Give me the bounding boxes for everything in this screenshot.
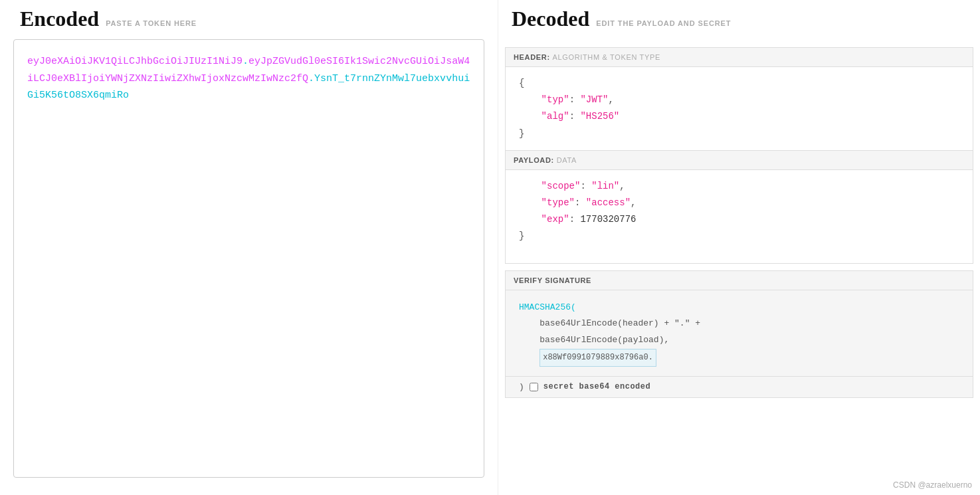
header-sublabel: ALGORITHM & TOKEN TYPE (552, 53, 660, 61)
alg-val: "HS256" (580, 111, 619, 122)
verify-line2: base64UrlEncode(payload), (519, 332, 959, 349)
exp-key: "exp" (541, 214, 569, 225)
json-brace-close: } (519, 128, 524, 139)
type-key: "type" (541, 197, 575, 208)
header-label: HEADER: (514, 53, 550, 61)
decoded-title: Decoded (512, 7, 589, 31)
decoded-title-row: Decoded EDIT THE PAYLOAD AND SECRET (505, 7, 973, 31)
encoded-subtitle: PASTE A TOKEN HERE (106, 19, 197, 27)
payload-section-header: PAYLOAD: DATA (506, 151, 973, 170)
token-dot2: . (308, 73, 314, 84)
payload-body[interactable]: "scope": "lin", "type": "access", "exp":… (506, 170, 973, 263)
token-dot1: . (243, 56, 248, 67)
encoded-title: Encoded (20, 7, 99, 31)
header-body[interactable]: { "typ": "JWT", "alg": "HS256" } (506, 67, 973, 150)
verify-body: HMACSHA256( base64UrlEncode(header) + ".… (506, 290, 973, 376)
typ-val: "JWT" (580, 94, 608, 105)
verify-secret-line[interactable]: x88Wf0991079889x8796a0. (519, 349, 959, 367)
secret-base64-checkbox[interactable] (530, 383, 538, 391)
payload-section: PAYLOAD: DATA "scope": "lin", "type": "a… (505, 151, 973, 264)
token-text: eyJ0eXAiOiJKV1QiLCJhbGciOiJIUzI1NiJ9.eyJ… (27, 53, 470, 104)
payload-json: "scope": "lin", "type": "access", "exp":… (519, 178, 959, 245)
payload-brace-close: } (519, 231, 524, 241)
verify-secret-input[interactable]: x88Wf0991079889x8796a0. (539, 349, 656, 367)
verify-func-line: HMACSHA256( (519, 300, 959, 316)
encoded-header: Encoded PASTE A TOKEN HERE (13, 7, 484, 31)
verify-line1: base64UrlEncode(header) + "." + (519, 316, 959, 332)
scope-val: "lin" (591, 181, 619, 191)
verify-footer: ) secret base64 encoded (506, 376, 973, 397)
header-section-header: HEADER: ALGORITHM & TOKEN TYPE (506, 48, 973, 67)
colon2: : (569, 111, 581, 122)
exp-val: 1770320776 (580, 214, 636, 225)
encoded-box[interactable]: eyJ0eXAiOiJKV1QiLCJhbGciOiJIUzI1NiJ9.eyJ… (13, 39, 484, 478)
token-part1: eyJ0eXAiOiJKV1QiLCJhbGciOiJIUzI1NiJ9 (27, 56, 243, 67)
verify-text1: base64UrlEncode(header) + "." + (539, 318, 700, 328)
scope-key: "scope" (541, 181, 581, 191)
verify-section: VERIFY SIGNATURE HMACSHA256( base64UrlEn… (505, 270, 973, 398)
left-panel: Encoded PASTE A TOKEN HERE eyJ0eXAiOiJKV… (0, 0, 498, 495)
decoded-header: Decoded EDIT THE PAYLOAD AND SECRET (498, 7, 980, 47)
colon1: : (569, 94, 581, 105)
alg-key: "alg" (541, 111, 569, 122)
watermark: CSDN @azraelxuerno (893, 480, 972, 490)
verify-text2: base64UrlEncode(payload), (539, 335, 669, 345)
right-panel: Decoded EDIT THE PAYLOAD AND SECRET HEAD… (498, 0, 980, 495)
verify-label: VERIFY SIGNATURE (514, 276, 591, 284)
payload-sublabel: DATA (557, 156, 577, 164)
payload-label: PAYLOAD: (514, 156, 554, 164)
secret-base64-label[interactable]: secret base64 encoded (543, 382, 650, 391)
verify-close-paren: ) (519, 382, 524, 392)
type-val: "access" (586, 197, 631, 208)
typ-key: "typ" (541, 94, 569, 105)
verify-func-name: HMACSHA256( (519, 302, 576, 312)
json-brace-open: { (519, 78, 524, 88)
decoded-subtitle: EDIT THE PAYLOAD AND SECRET (596, 19, 731, 27)
header-json: { "typ": "JWT", "alg": "HS256" } (519, 75, 959, 142)
verify-section-header: VERIFY SIGNATURE (506, 271, 973, 290)
header-section: HEADER: ALGORITHM & TOKEN TYPE { "typ": … (505, 47, 973, 151)
